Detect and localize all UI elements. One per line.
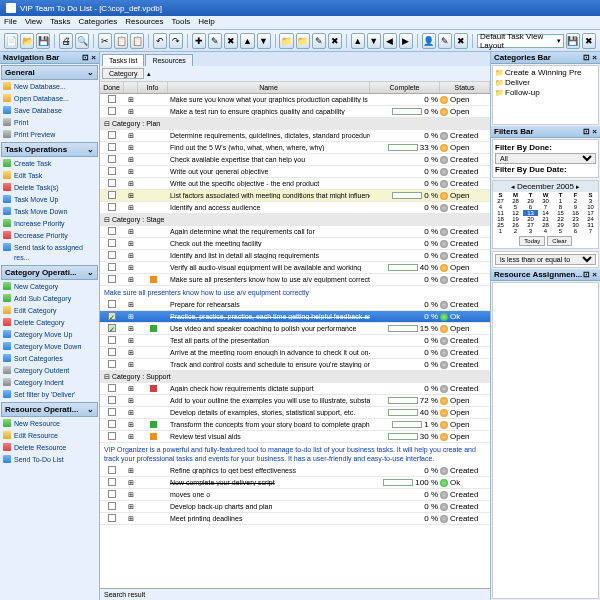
due-op-select[interactable]: is less than or equal to <box>495 254 596 265</box>
task-row[interactable]: ⊞Make sure all presenters know how to us… <box>100 274 490 286</box>
menu-tools[interactable]: Tools <box>171 17 190 28</box>
nav-item[interactable]: Delete Task(s) <box>0 182 99 194</box>
cut-button[interactable]: ✂ <box>98 33 112 49</box>
del-cat-button[interactable]: ✖ <box>328 33 342 49</box>
tree-item[interactable]: Create a Winning Pre <box>495 68 596 78</box>
nav-item[interactable]: Sort Categories <box>0 353 99 365</box>
task-row[interactable]: ⊞Prepare for rehearsals0 %Created <box>100 299 490 311</box>
del-res-button[interactable]: ✖ <box>454 33 468 49</box>
nav-item[interactable]: Save Database <box>0 105 99 117</box>
done-checkbox[interactable] <box>108 179 116 187</box>
nav-item[interactable]: Increase Priority <box>0 218 99 230</box>
nav-section-0[interactable]: General⌄ <box>1 65 98 80</box>
col-info[interactable]: Info <box>138 82 168 93</box>
task-row[interactable]: ⊞Write out the specific objective - the … <box>100 178 490 190</box>
done-checkbox[interactable] <box>108 275 116 283</box>
done-checkbox[interactable] <box>108 466 116 474</box>
task-row[interactable]: ⊞Make a test run to ensure graphics qual… <box>100 106 490 118</box>
done-checkbox[interactable] <box>108 227 116 235</box>
task-row[interactable]: ⊞Check out the meeting facility0 %Create… <box>100 238 490 250</box>
layout-save-button[interactable]: 💾 <box>566 33 580 49</box>
new-cat-button[interactable]: 📁 <box>279 33 293 49</box>
pin-icon[interactable]: ⊡ × <box>583 53 597 62</box>
edit-cat-button[interactable]: ✎ <box>312 33 326 49</box>
print-button[interactable]: 🖨 <box>59 33 73 49</box>
cat-up-button[interactable]: ▲ <box>351 33 365 49</box>
task-row[interactable]: ⊞Meet printing deadlines0 %Created <box>100 513 490 525</box>
done-checkbox[interactable] <box>108 191 116 199</box>
menu-help[interactable]: Help <box>198 17 214 28</box>
today-button[interactable]: Today <box>519 236 545 246</box>
nav-item[interactable]: Category Move Up <box>0 329 99 341</box>
nav-item[interactable]: Set filter by 'Deliver' <box>0 389 99 401</box>
nav-item[interactable]: Open Database... <box>0 93 99 105</box>
done-checkbox[interactable] <box>108 336 116 344</box>
menu-resources[interactable]: Resources <box>125 17 163 28</box>
done-checkbox[interactable] <box>108 312 116 320</box>
nav-item[interactable]: New Category <box>0 281 99 293</box>
task-row[interactable]: ⊞Track and control costs and schedule to… <box>100 359 490 371</box>
category-button[interactable]: Category <box>102 68 144 79</box>
redo-button[interactable]: ↷ <box>169 33 183 49</box>
nav-item[interactable]: Category Outdent <box>0 365 99 377</box>
nav-section-3[interactable]: Resource Operati...⌄ <box>1 402 98 417</box>
task-row[interactable]: ⊞Use video and speaker coaching to polis… <box>100 323 490 335</box>
nav-item[interactable]: New Database... <box>0 81 99 93</box>
tree-item[interactable]: Deliver <box>495 78 596 88</box>
menu-file[interactable]: File <box>4 17 17 28</box>
new-db-button[interactable]: 📄 <box>4 33 18 49</box>
save-db-button[interactable]: 💾 <box>36 33 50 49</box>
col-done[interactable]: Done <box>100 82 124 93</box>
task-row[interactable]: ⊞Review test visual aids30 %Open <box>100 431 490 443</box>
menu-view[interactable]: View <box>25 17 42 28</box>
done-checkbox[interactable] <box>108 107 116 115</box>
pin-icon[interactable]: ⊡ × <box>583 270 597 279</box>
done-checkbox[interactable] <box>108 155 116 163</box>
task-row[interactable]: ⊞Verify all audio-visual equipment will … <box>100 262 490 274</box>
done-checkbox[interactable] <box>108 502 116 510</box>
nav-section-1[interactable]: Task Operations⌄ <box>1 142 98 157</box>
task-row[interactable]: ⊞Now complete your delivery script100 %O… <box>100 477 490 489</box>
task-row[interactable]: ⊞Find out the 5 W's (who, what, when, wh… <box>100 142 490 154</box>
task-row[interactable]: ⊞Determine requirements, guidelines, dic… <box>100 130 490 142</box>
sub-cat-button[interactable]: 📁 <box>296 33 310 49</box>
col-name[interactable]: Name <box>168 82 370 93</box>
task-row[interactable]: ⊞Test all parts of the presentation0 %Cr… <box>100 335 490 347</box>
done-checkbox[interactable] <box>108 167 116 175</box>
delete-task-button[interactable]: ✖ <box>224 33 238 49</box>
indent-button[interactable]: ▶ <box>399 33 413 49</box>
category-tree[interactable]: Create a Winning PreDeliverFollow-up <box>492 65 599 125</box>
done-checkbox[interactable] <box>108 514 116 522</box>
nav-item[interactable]: Print Preview <box>0 129 99 141</box>
task-row[interactable]: ⊞List factors associated with meeting co… <box>100 190 490 202</box>
done-checkbox[interactable] <box>108 143 116 151</box>
calendar-month[interactable]: ◂ December 2005 ▸ <box>493 181 598 192</box>
edit-task-button[interactable]: ✎ <box>208 33 222 49</box>
nav-item[interactable]: Category Indent <box>0 377 99 389</box>
task-row[interactable]: ⊞Again check how requirements dictate su… <box>100 383 490 395</box>
nav-item[interactable]: Delete Resource <box>0 442 99 454</box>
nav-item[interactable]: Send task to assigned res... <box>0 242 99 264</box>
group-header[interactable]: ⊟ Category : Support <box>100 371 490 383</box>
task-row[interactable]: ⊞Arrive at the meeting room enough in ad… <box>100 347 490 359</box>
nav-item[interactable]: Edit Resource <box>0 430 99 442</box>
task-row[interactable]: ⊞Transform the concepts from your story … <box>100 419 490 431</box>
edit-res-button[interactable]: ✎ <box>438 33 452 49</box>
preview-button[interactable]: 🔍 <box>75 33 89 49</box>
nav-item[interactable]: Print <box>0 117 99 129</box>
col-complete[interactable]: Complete <box>370 82 440 93</box>
col-expand[interactable] <box>124 82 138 93</box>
task-row[interactable]: ⊞Again determine what the requirements c… <box>100 226 490 238</box>
nav-item[interactable]: Category Move Down <box>0 341 99 353</box>
task-row[interactable]: ⊞moves one o0 %Created <box>100 489 490 501</box>
done-checkbox[interactable] <box>108 408 116 416</box>
done-checkbox[interactable] <box>108 131 116 139</box>
new-task-button[interactable]: ✚ <box>192 33 206 49</box>
task-row[interactable]: ⊞Make sure you know what your graphics p… <box>100 94 490 106</box>
done-checkbox[interactable] <box>108 203 116 211</box>
task-row[interactable]: ⊞Identify and access audience0 %Created <box>100 202 490 214</box>
nav-item[interactable]: New Resource <box>0 418 99 430</box>
done-checkbox[interactable] <box>108 300 116 308</box>
nav-item[interactable]: Send To-Do List <box>0 454 99 466</box>
menu-tasks[interactable]: Tasks <box>50 17 70 28</box>
